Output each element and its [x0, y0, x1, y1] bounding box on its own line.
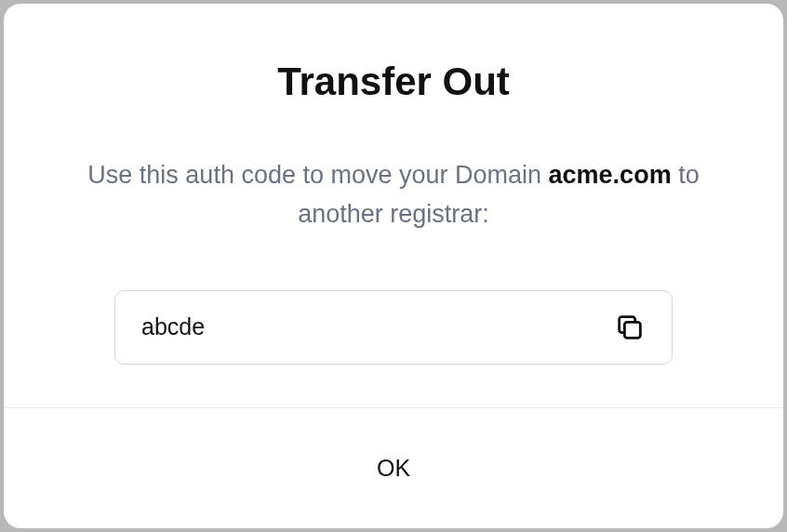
copy-icon	[614, 312, 646, 343]
copy-button[interactable]	[614, 312, 646, 343]
domain-name: acme.com	[549, 161, 672, 189]
modal-body: Transfer Out Use this auth code to move …	[4, 4, 783, 407]
auth-code-value: abcde	[141, 313, 205, 340]
transfer-out-modal: Transfer Out Use this auth code to move …	[4, 4, 783, 528]
auth-code-box: abcde	[114, 290, 673, 365]
description-prefix: Use this auth code to move your Domain	[87, 161, 548, 189]
ok-button[interactable]: OK	[4, 408, 783, 528]
modal-description: Use this auth code to move your Domain a…	[58, 156, 729, 234]
modal-title: Transfer Out	[277, 60, 510, 104]
modal-footer: OK	[4, 407, 783, 528]
svg-rect-0	[624, 322, 640, 338]
